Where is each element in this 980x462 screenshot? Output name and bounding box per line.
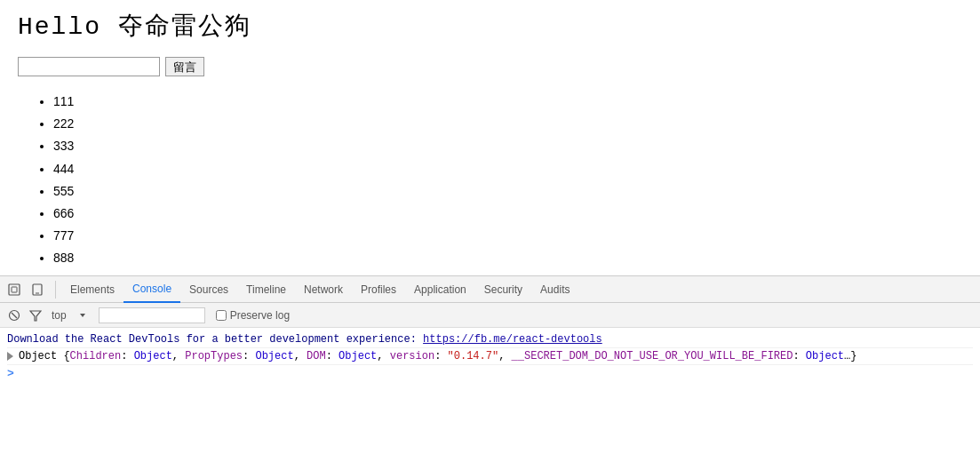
list-item: 333 xyxy=(53,135,962,157)
tab-console[interactable]: Console xyxy=(123,276,180,301)
list-item: 222 xyxy=(53,113,962,135)
comment-input[interactable] xyxy=(18,57,160,76)
comment-list: 111222333444555666777888999 xyxy=(18,91,962,292)
list-item: 777 xyxy=(53,225,962,247)
svg-rect-0 xyxy=(9,284,20,295)
tab-network[interactable]: Network xyxy=(295,276,352,301)
app-content: Hello 夺命雷公狗 留言 1112223334445556667778889… xyxy=(0,0,980,301)
list-item: 111 xyxy=(53,91,962,113)
list-item: 888 xyxy=(53,247,962,269)
list-item: 444 xyxy=(53,158,962,180)
tab-elements[interactable]: Elements xyxy=(61,276,123,301)
tab-sources[interactable]: Sources xyxy=(180,276,237,301)
tab-timeline[interactable]: Timeline xyxy=(237,276,295,301)
tab-security[interactable]: Security xyxy=(475,276,531,301)
list-item: 555 xyxy=(53,180,962,203)
tab-audits[interactable]: Audits xyxy=(531,276,578,301)
tab-profiles[interactable]: Profiles xyxy=(352,276,405,301)
devtools-tab-bar: Elements Console Sources Timeline Networ… xyxy=(0,276,980,301)
list-item: 666 xyxy=(53,203,962,225)
devtools-panel: Elements Console Sources Timeline Networ… xyxy=(0,275,980,301)
submit-button[interactable]: 留言 xyxy=(165,57,204,76)
tab-application[interactable]: Application xyxy=(405,276,475,301)
device-toolbar-icon[interactable] xyxy=(27,279,48,300)
page-title: Hello 夺命雷公狗 xyxy=(18,9,962,43)
inspect-element-icon[interactable] xyxy=(4,279,25,300)
svg-rect-1 xyxy=(12,287,17,292)
tab-separator xyxy=(55,281,56,299)
comment-form: 留言 xyxy=(18,57,962,76)
